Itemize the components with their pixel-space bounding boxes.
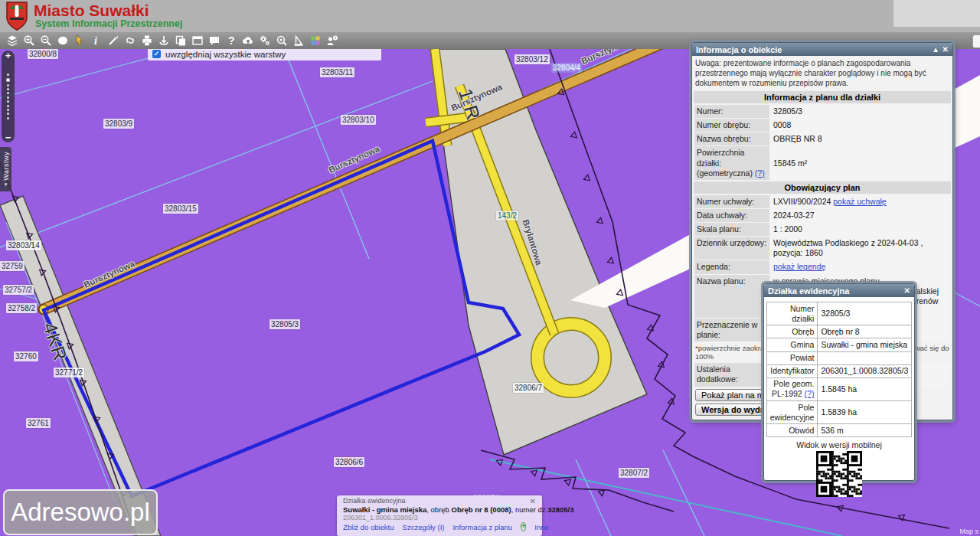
parcel-label: 32803/9 bbox=[103, 119, 134, 129]
row-value: Województwa Podlaskiego z 2024-04-03 , p… bbox=[770, 237, 950, 260]
close-icon[interactable]: ✕ bbox=[942, 45, 949, 54]
parcel-label: 32806/6 bbox=[334, 457, 364, 467]
parcel-panel-titlebar[interactable]: Działka ewidencyjna ✕ bbox=[764, 284, 914, 297]
plus-icon[interactable]: + bbox=[521, 522, 526, 531]
popup-title: Działka ewidencyjna bbox=[343, 497, 406, 505]
parcel-label: 32805/3 bbox=[270, 319, 300, 329]
table-row: Numer obrębu: 0008 bbox=[694, 119, 950, 132]
parcel-popup: Działka ewidencyjna ✕ Suwałki - gmina mi… bbox=[337, 495, 542, 536]
popup-text-segment: Obręb nr 8 (0008) bbox=[452, 505, 511, 514]
zoom-level-dot[interactable] bbox=[7, 74, 9, 76]
link-icon[interactable] bbox=[122, 34, 137, 47]
search-settings-icon[interactable] bbox=[274, 34, 289, 47]
detail-link[interactable]: pokaż legendę bbox=[773, 262, 825, 271]
parcel-label: 32761 bbox=[26, 418, 51, 428]
checkbox-checked-icon[interactable]: ✓ bbox=[152, 50, 161, 58]
row-value: 2024-03-27 bbox=[770, 209, 950, 222]
app-window: 32800/832803/1132803/1232803/1032803/932… bbox=[0, 0, 980, 536]
row-label: Pole ewidencyjne bbox=[766, 401, 818, 424]
detail-link[interactable]: pokaż uchwałę bbox=[833, 197, 886, 206]
copy-icon[interactable] bbox=[173, 34, 188, 47]
info-panel-title: Informacja o obiekcie bbox=[696, 45, 782, 54]
popup-link[interactable]: Informacja z planu bbox=[452, 523, 512, 531]
panel-toggle-button[interactable] bbox=[972, 34, 980, 48]
row-label: Przeznaczenie w planie: bbox=[694, 319, 769, 342]
settings-gears-icon[interactable] bbox=[257, 34, 272, 47]
row-value: 1.5839 ha bbox=[818, 401, 912, 424]
row-label: Numer działki bbox=[766, 302, 818, 325]
zoom-level-dot[interactable] bbox=[7, 113, 9, 115]
pointer-tool-icon[interactable] bbox=[72, 34, 87, 47]
parcel-panel: Działka ewidencyjna ✕ Numer działki 3280… bbox=[763, 283, 915, 481]
mobile-view-caption: Widok w wersji mobilnej bbox=[764, 440, 914, 449]
row-label: Legenda: bbox=[694, 260, 769, 273]
row-value: OBRĘB NR 8 bbox=[770, 132, 950, 145]
zoom-level-dot[interactable] bbox=[7, 100, 9, 103]
zoom-level-dot[interactable] bbox=[7, 117, 9, 119]
comment-icon[interactable] bbox=[207, 34, 221, 47]
zoom-level-dot[interactable] bbox=[7, 88, 9, 90]
table-row: Obwód 536 m bbox=[766, 424, 912, 437]
share-user-icon[interactable] bbox=[325, 34, 339, 47]
row-value: pokaż legendę bbox=[770, 260, 950, 273]
zoom-in-icon[interactable] bbox=[21, 34, 36, 47]
zoom-level-dot[interactable] bbox=[7, 92, 9, 94]
parcel-label: 32757/2 bbox=[3, 285, 34, 295]
row-label: Nazwa obrębu: bbox=[694, 132, 769, 145]
panels-icon[interactable] bbox=[190, 34, 204, 47]
row-value: 0008 bbox=[770, 119, 950, 132]
row-label: Data uchwały: bbox=[694, 209, 769, 222]
layers-tab-label: Warstwy bbox=[2, 152, 10, 181]
popup-link[interactable]: Inne bbox=[534, 523, 549, 531]
row-value: 1.5845 ha bbox=[818, 377, 912, 400]
map-zoom-control[interactable]: + − bbox=[2, 51, 15, 142]
section-header-plan: Informacja z planu dla działki bbox=[694, 91, 951, 103]
parcel-label: 32803/10 bbox=[341, 115, 376, 125]
legend-grid-icon[interactable] bbox=[308, 34, 322, 47]
row-label: Numer uchwały: bbox=[694, 195, 769, 208]
info-panel-titlebar[interactable]: Informacja o obiekcie ▴ ✕ bbox=[692, 43, 952, 56]
table-row: Legenda: pokaż legendę bbox=[694, 260, 950, 273]
plan-info-table: Numer: 32805/3Numer obrębu: 0008Nazwa ob… bbox=[694, 104, 951, 181]
select-circle-icon[interactable] bbox=[55, 34, 70, 47]
layers-panel-tab[interactable]: Warstwy ▼ bbox=[0, 147, 11, 191]
layers-toggle[interactable]: ✓ uwzględniaj wszystkie warstwy bbox=[148, 47, 381, 60]
layers-icon[interactable] bbox=[5, 34, 19, 47]
zoom-level-dot[interactable] bbox=[7, 96, 9, 99]
help-link[interactable]: (?) bbox=[805, 389, 815, 398]
row-label: Gmina bbox=[766, 338, 818, 351]
zoom-level-slider[interactable] bbox=[6, 60, 11, 132]
close-icon[interactable]: ✕ bbox=[904, 286, 910, 295]
popup-link[interactable]: Zbliż do obiektu bbox=[343, 523, 394, 531]
help-icon[interactable]: ? bbox=[224, 34, 238, 47]
minimize-icon[interactable]: ▴ bbox=[934, 45, 938, 54]
parcel-label: 32760 bbox=[14, 351, 38, 361]
popup-text-segment: Suwałki - gmina miejska bbox=[343, 505, 426, 514]
close-icon[interactable]: ✕ bbox=[530, 497, 536, 505]
popup-text-segment: 32805/3 bbox=[547, 505, 573, 514]
zoom-level-dot[interactable] bbox=[7, 105, 9, 107]
zoom-plus-button[interactable]: + bbox=[5, 51, 11, 60]
zoom-minus-button[interactable]: − bbox=[5, 132, 11, 142]
cloud-upload-icon[interactable] bbox=[240, 34, 255, 47]
parcel-panel-title: Działka ewidencyjna bbox=[768, 286, 849, 296]
qr-code bbox=[816, 451, 862, 497]
parcel-label: 32771/2 bbox=[54, 368, 84, 377]
city-crest-logo bbox=[5, 2, 28, 31]
row-value: 206301_1.0008.32805/3 bbox=[818, 364, 912, 377]
row-label: Powierzchnia działki: (geometryczna) (?) bbox=[694, 146, 769, 179]
download-anchor-icon[interactable] bbox=[156, 34, 171, 47]
popup-link[interactable]: Szczegóły (I) bbox=[403, 523, 445, 531]
zoom-level-dot[interactable] bbox=[6, 78, 11, 83]
zoom-out-icon[interactable] bbox=[38, 34, 53, 47]
flag-icon[interactable] bbox=[291, 34, 305, 47]
table-row: Identyfikator 206301_1.0008.32805/3 bbox=[766, 364, 912, 377]
table-row: Pole ewidencyjne 1.5839 ha bbox=[766, 401, 912, 424]
measure-icon[interactable] bbox=[106, 34, 120, 47]
info-icon[interactable]: i bbox=[89, 34, 103, 47]
print-icon[interactable] bbox=[139, 34, 154, 47]
zoom-level-dot[interactable] bbox=[7, 109, 9, 111]
help-link[interactable]: (?) bbox=[755, 168, 765, 178]
zoom-level-dot[interactable] bbox=[7, 84, 9, 87]
table-row: Obręb Obręb nr 8 bbox=[766, 325, 912, 338]
